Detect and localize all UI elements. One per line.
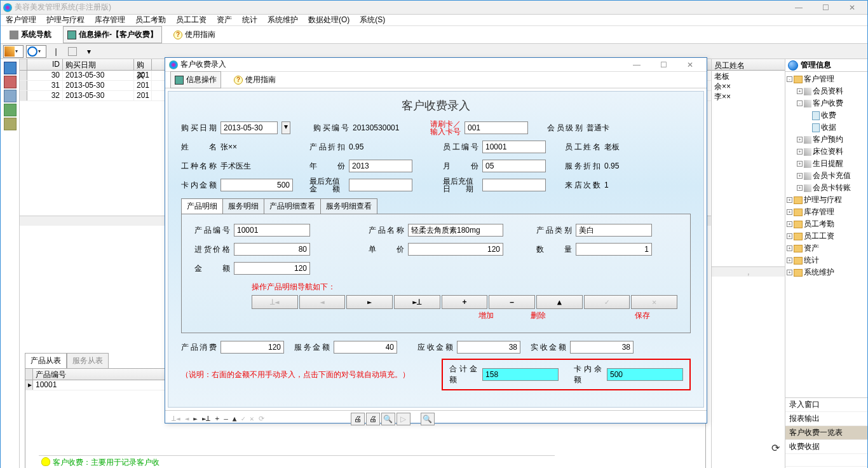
- leftbar-icon-3[interactable]: [4, 90, 17, 102]
- inner-tab-product-view[interactable]: 产品明细查看: [264, 198, 321, 214]
- modal-tab-info[interactable]: 信息操作: [170, 71, 221, 88]
- tool-dropdown[interactable]: ▾: [82, 45, 96, 58]
- menu-maintenance[interactable]: 系统维护: [264, 15, 302, 25]
- foot-edit[interactable]: ▲: [231, 415, 238, 423]
- receivable-input[interactable]: [457, 341, 520, 354]
- nav-save[interactable]: ✓: [584, 295, 630, 309]
- menu-stats[interactable]: 统计: [238, 15, 261, 25]
- menu-care[interactable]: 护理与疗程: [43, 15, 88, 25]
- foot-tool-print2[interactable]: 🖨: [366, 413, 380, 425]
- tree-folder[interactable]: +库存管理: [787, 206, 866, 218]
- balance-input[interactable]: [607, 368, 683, 381]
- foot-prev[interactable]: ◄: [184, 415, 191, 423]
- tree-folder[interactable]: +资产: [787, 242, 866, 254]
- year-input[interactable]: [349, 160, 412, 172]
- foot-first[interactable]: ꓕ◄: [170, 415, 182, 423]
- modal-minimize[interactable]: —: [624, 59, 649, 71]
- close-button[interactable]: ✕: [839, 1, 865, 14]
- inner-tab-service-view[interactable]: 服务明细查看: [320, 198, 377, 214]
- tree-item[interactable]: +客户预约: [787, 134, 866, 146]
- amount-input[interactable]: [234, 262, 310, 275]
- last-date-input[interactable]: [482, 179, 546, 191]
- leftbar-icon-4[interactable]: [4, 104, 17, 116]
- tab-system-nav[interactable]: 系统导航: [6, 27, 55, 43]
- foot-next[interactable]: ►: [192, 415, 199, 423]
- foot-del[interactable]: –: [222, 415, 229, 423]
- tool-unknown[interactable]: [65, 45, 79, 58]
- menu-stock[interactable]: 库存管理: [91, 15, 129, 25]
- month-input[interactable]: [482, 160, 546, 172]
- foot-tool-preview[interactable]: 🔍: [381, 413, 395, 425]
- foot-add[interactable]: +: [214, 415, 221, 423]
- leftbar-icon-2[interactable]: [4, 76, 17, 88]
- bottom-tab-selected[interactable]: 客户收费一览表: [785, 426, 867, 440]
- bottom-tab[interactable]: 录入窗口: [785, 398, 867, 412]
- price-input[interactable]: [408, 243, 503, 256]
- tree-item[interactable]: +生日提醒: [787, 158, 866, 170]
- menu-system[interactable]: 系统(S): [356, 15, 389, 25]
- tree-root[interactable]: -客户管理: [787, 73, 866, 85]
- tree-item[interactable]: 收费: [787, 109, 866, 121]
- foot-refresh[interactable]: ⟳: [257, 415, 266, 423]
- qty-input[interactable]: [576, 243, 652, 256]
- subtab-product[interactable]: 产品从表: [25, 353, 67, 368]
- tree-folder[interactable]: +员工考勤: [787, 218, 866, 230]
- subtab-service[interactable]: 服务从表: [67, 353, 109, 368]
- list-item[interactable]: 余××: [712, 81, 785, 91]
- menu-customer[interactable]: 客户管理: [2, 15, 40, 25]
- inner-tab-product[interactable]: 产品明细: [181, 198, 223, 214]
- total-input[interactable]: [482, 368, 559, 381]
- tree-folder[interactable]: +统计: [787, 254, 866, 266]
- cost-input[interactable]: [234, 243, 310, 256]
- nav-up[interactable]: ▲: [536, 295, 583, 309]
- minimize-button[interactable]: —: [786, 1, 811, 14]
- buy-date-input[interactable]: [220, 121, 278, 134]
- emp-scroll-h[interactable]: ꓹ: [712, 266, 785, 277]
- product-no-input[interactable]: [234, 224, 310, 237]
- bottom-tab[interactable]: 收费收据: [785, 440, 867, 454]
- product-name-input[interactable]: [408, 224, 503, 237]
- bottom-tab[interactable]: 报表输出: [785, 412, 867, 426]
- maximize-button[interactable]: ☐: [813, 1, 838, 14]
- tab-guide[interactable]: ? 使用指南: [170, 27, 219, 43]
- foot-ok[interactable]: ✓: [240, 415, 247, 423]
- menu-attendance[interactable]: 员工考勤: [132, 15, 170, 25]
- prod-cost-input[interactable]: [220, 341, 284, 354]
- svc-amt-input[interactable]: [334, 341, 397, 354]
- tree-item[interactable]: +会员卡充值: [787, 170, 866, 182]
- inner-tab-service[interactable]: 服务明细: [222, 198, 264, 214]
- leftbar-icon-5[interactable]: [4, 118, 17, 130]
- date-dropdown[interactable]: ▾: [281, 121, 290, 134]
- tree-item[interactable]: 收据: [787, 121, 866, 134]
- card-amt-input[interactable]: [220, 179, 293, 191]
- foot-last[interactable]: ►ꓕ: [201, 415, 212, 423]
- received-input[interactable]: [570, 341, 634, 354]
- nav-prev[interactable]: ◄: [299, 295, 346, 309]
- nav-first[interactable]: ꓕ◄: [252, 295, 298, 309]
- list-item[interactable]: 李××: [712, 91, 785, 101]
- tree-folder[interactable]: +系统维护: [787, 266, 866, 279]
- tab-info-op[interactable]: 信息操作-【客户收费】: [63, 26, 162, 43]
- tree-item[interactable]: +床位资料: [787, 146, 866, 158]
- tree-item[interactable]: +会员资料: [787, 85, 866, 97]
- refresh-icon[interactable]: ⟳: [771, 443, 780, 453]
- nav-cancel[interactable]: ✕: [631, 295, 677, 309]
- foot-tool-search[interactable]: 🔍: [421, 413, 435, 425]
- menu-data[interactable]: 数据处理(O): [304, 15, 353, 25]
- list-item[interactable]: 老板: [712, 71, 785, 81]
- foot-cancel[interactable]: ✕: [248, 415, 255, 423]
- tree-folder[interactable]: +护理与疗程: [787, 194, 866, 206]
- nav-last[interactable]: ►ꓕ: [394, 295, 440, 309]
- tree-item[interactable]: -客户收费: [787, 97, 866, 109]
- modal-maximize[interactable]: ☐: [651, 59, 676, 71]
- card-no-input[interactable]: [465, 121, 528, 134]
- menu-assets[interactable]: 资产: [213, 15, 236, 25]
- modal-tab-guide[interactable]: ?使用指南: [230, 72, 280, 88]
- nav-delete[interactable]: –: [489, 295, 535, 309]
- leftbar-icon-1[interactable]: [4, 62, 17, 74]
- nav-play[interactable]: ►: [346, 295, 393, 309]
- last-recharge-input[interactable]: [349, 179, 412, 191]
- modal-close[interactable]: ✕: [677, 59, 703, 71]
- product-cat-input[interactable]: [576, 224, 652, 237]
- foot-tool-print1[interactable]: 🖨: [351, 413, 365, 425]
